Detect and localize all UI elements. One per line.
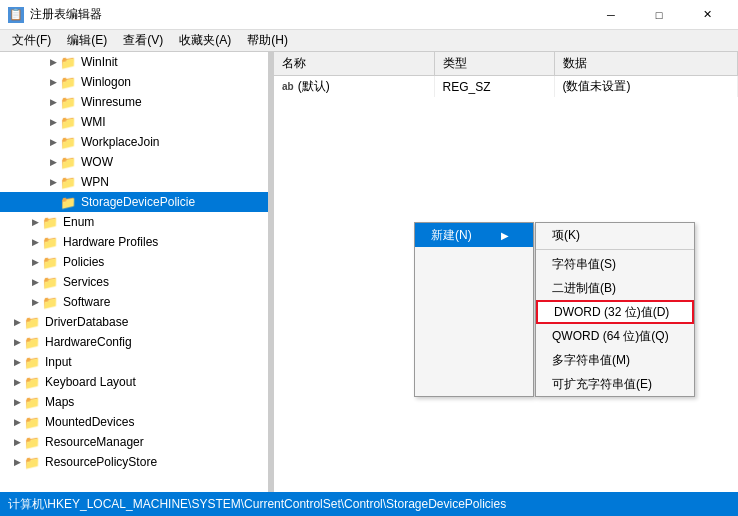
app-icon: 📋: [8, 7, 24, 23]
tree-label: Hardware Profiles: [63, 235, 158, 249]
tree-scroll[interactable]: ▶📁WinInit▶📁Winlogon▶📁Winresume▶📁WMI▶📁Wor…: [0, 52, 268, 492]
status-text: 计算机\HKEY_LOCAL_MACHINE\SYSTEM\CurrentCon…: [8, 496, 506, 513]
tree-arrow-icon: ▶: [28, 237, 42, 247]
close-button[interactable]: ✕: [684, 0, 730, 30]
tree-item[interactable]: ▶📁Policies: [0, 252, 268, 272]
tree-item[interactable]: ▶📁Keyboard Layout: [0, 372, 268, 392]
tree-arrow-icon: ▶: [46, 77, 60, 87]
tree-item[interactable]: ▶📁Hardware Profiles: [0, 232, 268, 252]
minimize-button[interactable]: ─: [588, 0, 634, 30]
tree-label: Winresume: [81, 95, 142, 109]
tree-arrow-icon: ▶: [46, 57, 60, 67]
tree-label: Services: [63, 275, 109, 289]
tree-label: DriverDatabase: [45, 315, 128, 329]
folder-icon: 📁: [60, 135, 78, 150]
submenu-item-expandstring[interactable]: 可扩充字符串值(E): [536, 372, 694, 396]
submenu-item-binary[interactable]: 二进制值(B): [536, 276, 694, 300]
tree-item[interactable]: ▶📁Software: [0, 292, 268, 312]
tree-item[interactable]: ▶📁ResourcePolicyStore: [0, 452, 268, 472]
menu-item-f[interactable]: 文件(F): [4, 30, 59, 51]
folder-icon: 📁: [42, 275, 60, 290]
menu-item-h[interactable]: 帮助(H): [239, 30, 296, 51]
tree-item[interactable]: ▶📁Enum: [0, 212, 268, 232]
tree-label: MountedDevices: [45, 415, 134, 429]
reg-name: ab(默认): [274, 76, 434, 98]
tree-arrow-icon: ▶: [10, 457, 24, 467]
folder-icon: 📁: [60, 195, 78, 210]
tree-item[interactable]: ▶📁HardwareConfig: [0, 332, 268, 352]
submenu-item-dword[interactable]: DWORD (32 位)值(D): [536, 300, 694, 324]
tree-arrow-icon: ▶: [46, 177, 60, 187]
tree-arrow-icon: ▶: [10, 377, 24, 387]
menu-item-a[interactable]: 收藏夹(A): [171, 30, 239, 51]
main-content: ▶📁WinInit▶📁Winlogon▶📁Winresume▶📁WMI▶📁Wor…: [0, 52, 738, 492]
context-menu-new: 新建(N) ▶: [414, 222, 534, 397]
tree-label: WPN: [81, 175, 109, 189]
tree-arrow-icon: ▶: [10, 417, 24, 427]
tree-item[interactable]: ▶📁WPN: [0, 172, 268, 192]
folder-icon: 📁: [42, 235, 60, 250]
folder-icon: 📁: [24, 455, 42, 470]
tree-label: HardwareConfig: [45, 335, 132, 349]
tree-label: ResourceManager: [45, 435, 144, 449]
tree-item[interactable]: ▶📁WorkplaceJoin: [0, 132, 268, 152]
folder-icon: 📁: [60, 155, 78, 170]
folder-icon: 📁: [24, 395, 42, 410]
context-menu-new-item[interactable]: 新建(N) ▶: [415, 223, 533, 247]
tree-label: WinInit: [81, 55, 118, 69]
tree-label: Keyboard Layout: [45, 375, 136, 389]
folder-icon: 📁: [60, 95, 78, 110]
folder-icon: 📁: [24, 415, 42, 430]
tree-arrow-icon: ▶: [28, 277, 42, 287]
tree-arrow-icon: ▶: [10, 317, 24, 327]
tree-item[interactable]: ▶📁ResourceManager: [0, 432, 268, 452]
tree-item[interactable]: ▶📁DriverDatabase: [0, 312, 268, 332]
folder-icon: 📁: [60, 75, 78, 90]
col-name: 名称: [274, 52, 434, 76]
tree-item[interactable]: ▶📁Winlogon: [0, 72, 268, 92]
reg-data: (数值未设置): [554, 76, 738, 98]
tree-arrow-icon: ▶: [28, 297, 42, 307]
tree-arrow-icon: ▶: [28, 257, 42, 267]
tree-arrow-icon: ▶: [10, 437, 24, 447]
folder-icon: 📁: [24, 335, 42, 350]
app-title: 注册表编辑器: [30, 6, 588, 23]
col-data: 数据: [554, 52, 738, 76]
title-bar: 📋 注册表编辑器 ─ □ ✕: [0, 0, 738, 30]
tree-arrow-icon: ▶: [46, 117, 60, 127]
menu-bar: 文件(F)编辑(E)查看(V)收藏夹(A)帮助(H): [0, 30, 738, 52]
submenu-item-multistring[interactable]: 多字符串值(M): [536, 348, 694, 372]
maximize-button[interactable]: □: [636, 0, 682, 30]
tree-item[interactable]: ▶📁Maps: [0, 392, 268, 412]
arrow-icon: ▶: [501, 230, 509, 241]
tree-item[interactable]: ▶📁WOW: [0, 152, 268, 172]
tree-label: Policies: [63, 255, 104, 269]
menu-item-e[interactable]: 编辑(E): [59, 30, 115, 51]
tree-arrow-icon: ▶: [10, 357, 24, 367]
folder-icon: 📁: [60, 175, 78, 190]
tree-item[interactable]: ▶📁Input: [0, 352, 268, 372]
folder-icon: 📁: [60, 115, 78, 130]
tree-item[interactable]: ▶📁WMI: [0, 112, 268, 132]
reg-type: REG_SZ: [434, 76, 554, 98]
tree-item[interactable]: ▶📁MountedDevices: [0, 412, 268, 432]
tree-label: Input: [45, 355, 72, 369]
tree-item[interactable]: ▶📁WinInit: [0, 52, 268, 72]
submenu-item-qword[interactable]: QWORD (64 位)值(Q): [536, 324, 694, 348]
tree-arrow-icon: ▶: [10, 337, 24, 347]
folder-icon: 📁: [24, 435, 42, 450]
tree-item[interactable]: 📁StorageDevicePolicie: [0, 192, 268, 212]
submenu-item-key[interactable]: 项(K): [536, 223, 694, 247]
registry-table: 名称 类型 数据 ab(默认)REG_SZ(数值未设置): [274, 52, 738, 97]
tree-item[interactable]: ▶📁Services: [0, 272, 268, 292]
menu-item-v[interactable]: 查看(V): [115, 30, 171, 51]
col-type: 类型: [434, 52, 554, 76]
status-bar: 计算机\HKEY_LOCAL_MACHINE\SYSTEM\CurrentCon…: [0, 492, 738, 516]
table-row[interactable]: ab(默认)REG_SZ(数值未设置): [274, 76, 738, 98]
submenu-item-string[interactable]: 字符串值(S): [536, 252, 694, 276]
tree-label: WMI: [81, 115, 106, 129]
tree-label: Winlogon: [81, 75, 131, 89]
right-panel: 名称 类型 数据 ab(默认)REG_SZ(数值未设置) 新建(N) ▶ 项(K…: [274, 52, 738, 492]
tree-item[interactable]: ▶📁Winresume: [0, 92, 268, 112]
tree-label: Software: [63, 295, 110, 309]
